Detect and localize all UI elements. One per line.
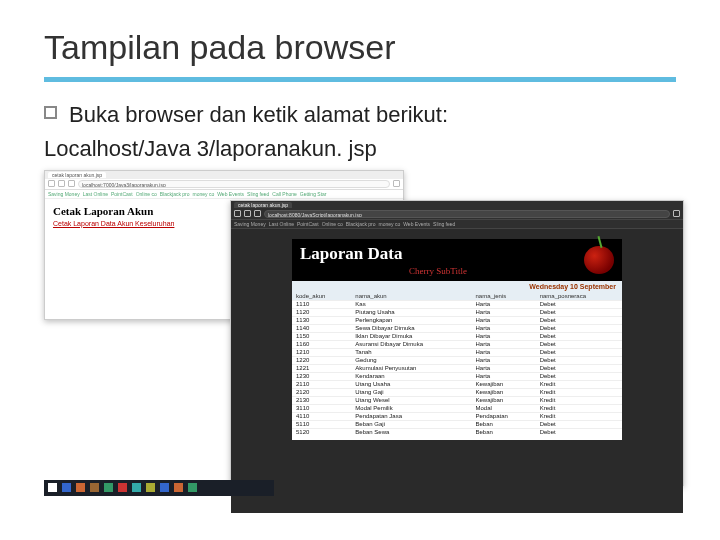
start-icon[interactable] <box>48 483 57 492</box>
taskbar-icon[interactable] <box>174 483 183 492</box>
table-row: 1140Sewa Dibayar DimukaHartaDebet <box>292 324 622 332</box>
report-subtitle: Cherry SubTitle <box>300 266 576 276</box>
table-cell: Debet <box>536 316 622 324</box>
browser-tab[interactable]: cetak laporan akun.jsp <box>234 202 292 208</box>
table-cell: Kewajiban <box>472 388 536 396</box>
address-input[interactable]: localhost:7000/Java3/laporanakun.jsp <box>78 180 390 188</box>
taskbar-icon[interactable] <box>118 483 127 492</box>
table-cell: Modal Pemilik <box>351 404 471 412</box>
bookmark-item[interactable]: PointCast <box>297 221 319 227</box>
taskbar-icon[interactable] <box>76 483 85 492</box>
report-header: Laporan Data Cherry SubTitle <box>292 239 622 281</box>
bookmark-item[interactable]: Call Phone <box>272 191 296 197</box>
forward-icon[interactable] <box>58 180 65 187</box>
browser-tab[interactable]: cetak laporan akun.jsp <box>48 172 106 178</box>
bookmark-item[interactable]: Online co <box>322 221 343 227</box>
taskbar-icon[interactable] <box>104 483 113 492</box>
reload-icon[interactable] <box>68 180 75 187</box>
browser-window-right: cetak laporan akun.jsp localhost:8080/Ja… <box>230 200 684 486</box>
table-cell: Debet <box>536 340 622 348</box>
table-cell: Kredit <box>536 404 622 412</box>
table-row: 3110Modal PemilikModalKredit <box>292 404 622 412</box>
taskbar-icon[interactable] <box>90 483 99 492</box>
table-cell: Beban Sewa <box>351 428 471 436</box>
table-row: 5110Beban GajiBebanDebet <box>292 420 622 428</box>
table-cell: Perlengkapan <box>351 316 471 324</box>
menu-icon[interactable] <box>673 210 680 217</box>
bookmark-item[interactable]: money co <box>379 221 401 227</box>
table-cell: Sewa Dibayar Dimuka <box>351 324 471 332</box>
bookmark-item[interactable]: Web Events <box>217 191 244 197</box>
table-cell: Pendapatan Jasa <box>351 412 471 420</box>
report-title: Laporan Data <box>300 244 576 264</box>
report-link[interactable]: Cetak Laporan Data Akun Keseluruhan <box>53 220 174 227</box>
table-cell: Kredit <box>536 388 622 396</box>
bookmark-item[interactable]: Blackjack pro <box>346 221 376 227</box>
bookmarks-bar: Saving MoneyLast OnlinePointCastOnline c… <box>231 220 683 229</box>
bookmark-item[interactable]: Getting Star <box>300 191 327 197</box>
table-cell: 5110 <box>292 420 351 428</box>
taskbar-icon[interactable] <box>160 483 169 492</box>
table-cell: Modal <box>472 404 536 412</box>
bookmark-item[interactable]: money co <box>193 191 215 197</box>
table-cell: Harta <box>472 308 536 316</box>
table-cell: Kendaraan <box>351 372 471 380</box>
table-cell: Gedung <box>351 356 471 364</box>
table-row: 2120Utang GajiKewajibanKredit <box>292 388 622 396</box>
bookmark-item[interactable]: Saving Money <box>48 191 80 197</box>
table-cell: 1230 <box>292 372 351 380</box>
address-bar-row: localhost:8080/JavaScript/laporanakun.js… <box>231 209 683 220</box>
table-cell: Debet <box>536 372 622 380</box>
table-cell: Utang Wesel <box>351 396 471 404</box>
table-cell: Harta <box>472 300 536 308</box>
bookmark-item[interactable]: Sling feed <box>247 191 269 197</box>
back-icon[interactable] <box>234 210 241 217</box>
reload-icon[interactable] <box>254 210 261 217</box>
table-cell: Debet <box>536 308 622 316</box>
table-row: 2130Utang WeselKewajibanKredit <box>292 396 622 404</box>
table-cell: Debet <box>536 348 622 356</box>
table-row: 1230KendaraanHartaDebet <box>292 372 622 380</box>
bookmark-item[interactable]: Saving Money <box>234 221 266 227</box>
table-cell: Harta <box>472 364 536 372</box>
table-row: 5120Beban SewaBebanDebet <box>292 428 622 436</box>
taskbar-icon[interactable] <box>62 483 71 492</box>
table-row: 1160Asuransi Dibayar DimukaHartaDebet <box>292 340 622 348</box>
bookmark-item[interactable]: PointCast <box>111 191 133 197</box>
menu-icon[interactable] <box>393 180 400 187</box>
address-input[interactable]: localhost:8080/JavaScript/laporanakun.js… <box>264 210 670 218</box>
table-cell: 1221 <box>292 364 351 372</box>
forward-icon[interactable] <box>244 210 251 217</box>
screenshot-area: cetak laporan akun.jsp localhost:7000/Ja… <box>44 170 676 496</box>
table-cell: Debet <box>536 428 622 436</box>
table-row: 1120Piutang UsahaHartaDebet <box>292 308 622 316</box>
bullet-text: Buka browser dan ketik alamat berikut: <box>69 100 448 130</box>
table-cell: 4110 <box>292 412 351 420</box>
table-cell: 5120 <box>292 428 351 436</box>
table-cell: Kredit <box>536 380 622 388</box>
back-icon[interactable] <box>48 180 55 187</box>
table-cell: 1110 <box>292 300 351 308</box>
bookmark-item[interactable]: Blackjack pro <box>160 191 190 197</box>
table-cell: Beban <box>472 428 536 436</box>
bullet-url: Localhost/Java 3/laporanakun. jsp <box>44 136 676 162</box>
bookmark-item[interactable]: Last Online <box>83 191 108 197</box>
taskbar-icon[interactable] <box>188 483 197 492</box>
table-cell: 2120 <box>292 388 351 396</box>
bookmark-item[interactable]: Web Events <box>403 221 430 227</box>
table-cell: Debet <box>536 364 622 372</box>
table-cell: 2110 <box>292 380 351 388</box>
bookmark-item[interactable]: Sling feed <box>433 221 455 227</box>
bookmark-item[interactable]: Last Online <box>269 221 294 227</box>
bullet-row: Buka browser dan ketik alamat berikut: <box>44 100 676 130</box>
table-cell: Tanah <box>351 348 471 356</box>
bookmark-item[interactable]: Online co <box>136 191 157 197</box>
table-cell: 1120 <box>292 308 351 316</box>
table-cell: Kredit <box>536 396 622 404</box>
table-row: 1220GedungHartaDebet <box>292 356 622 364</box>
taskbar-icon[interactable] <box>146 483 155 492</box>
table-cell: Debet <box>536 332 622 340</box>
taskbar-icon[interactable] <box>132 483 141 492</box>
table-row: 1221Akumulasi PenyusutanHartaDebet <box>292 364 622 372</box>
table-cell: Kewajiban <box>472 380 536 388</box>
